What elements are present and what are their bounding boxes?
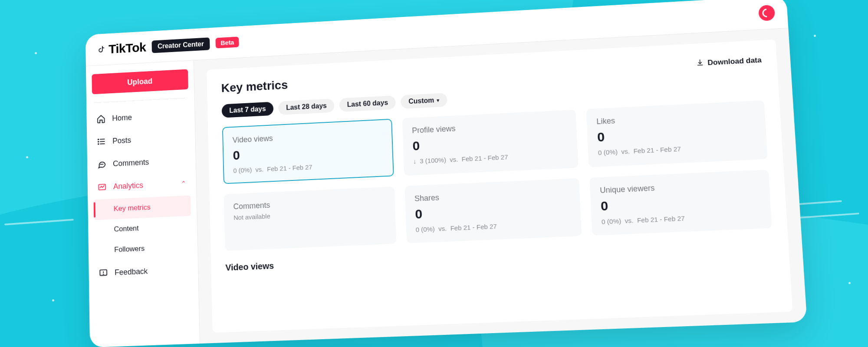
card-profile-views[interactable]: Profile views 0 3 (100%) vs. Feb 21 - Fe…: [402, 110, 579, 176]
brand-logo[interactable]: TikTok: [97, 40, 146, 57]
card-sub: 0 (0%) vs. Feb 21 - Feb 27: [415, 219, 572, 233]
svg-line-2: [100, 144, 105, 144]
brand-name: TikTok: [108, 40, 146, 56]
download-data-button[interactable]: Download data: [696, 55, 762, 69]
trend-down-icon: [413, 157, 418, 165]
avatar[interactable]: [758, 4, 775, 21]
svg-line-0: [100, 139, 105, 140]
sidebar-item-label: Feedback: [115, 267, 148, 277]
sidebar-item-feedback[interactable]: Feedback: [95, 259, 193, 284]
creator-center-badge: Creator Center: [151, 37, 210, 53]
range-custom-label: Custom: [408, 96, 434, 105]
main-area: Key metrics Download data Last 7 days La…: [194, 28, 807, 344]
svg-point-7: [102, 164, 102, 164]
card-likes[interactable]: Likes 0 0 (0%) vs. Feb 21 - Feb 27: [586, 100, 768, 167]
caret-down-icon: ▾: [437, 97, 439, 103]
range-28-days[interactable]: Last 28 days: [278, 98, 335, 115]
card-value: 0: [600, 192, 760, 214]
card-value: 0: [597, 122, 756, 145]
svg-point-12: [103, 274, 104, 275]
card-value: 0: [412, 131, 568, 154]
range-custom[interactable]: Custom ▾: [401, 93, 447, 109]
svg-point-3: [98, 139, 99, 140]
card-shares[interactable]: Shares 0 0 (0%) vs. Feb 21 - Feb 27: [404, 178, 582, 243]
card-video-views[interactable]: Video views 0 0 (0%) vs. Feb 21 - Feb 27: [222, 119, 394, 184]
range-7-days[interactable]: Last 7 days: [222, 102, 274, 118]
svg-line-1: [100, 141, 105, 142]
home-icon: [96, 114, 105, 124]
svg-point-5: [98, 144, 99, 144]
chevron-up-icon: ⌃: [181, 180, 186, 187]
sidebar-item-label: Posts: [112, 136, 131, 145]
download-label: Download data: [707, 56, 762, 67]
list-icon: [97, 137, 106, 146]
svg-line-13: [697, 65, 703, 65]
tiktok-note-icon: [97, 45, 106, 54]
analytics-subnav: Key metrics Content Followers: [94, 195, 192, 261]
sidebar-item-label: Analytics: [113, 181, 143, 191]
svg-point-6: [100, 164, 101, 164]
page-title: Key metrics: [221, 78, 288, 95]
sidebar-item-home[interactable]: Home: [92, 104, 189, 130]
svg-point-4: [98, 141, 99, 142]
sidebar-item-label: Home: [112, 113, 132, 123]
sidebar-item-label: Comments: [113, 157, 149, 168]
card-sub: 0 (0%) vs. Feb 21 - Feb 27: [602, 211, 762, 226]
download-icon: [696, 58, 704, 69]
card-value: 0: [415, 200, 571, 222]
subnav-followers[interactable]: Followers: [94, 236, 192, 261]
comment-icon: [97, 160, 106, 169]
beta-badge: Beta: [215, 36, 239, 48]
card-unique-viewers[interactable]: Unique viewers 0 0 (0%) vs. Feb 21 - Feb…: [590, 170, 772, 236]
svg-point-8: [103, 164, 103, 164]
sidebar-item-analytics[interactable]: Analytics ⌃: [93, 172, 191, 198]
card-value: 0: [233, 141, 383, 163]
card-sub: 0 (0%) vs. Feb 21 - Feb 27: [233, 160, 383, 174]
feedback-icon: [99, 268, 108, 278]
sidebar-item-posts[interactable]: Posts: [92, 127, 189, 152]
analytics-icon: [98, 182, 107, 192]
sidebar: Upload Home Posts: [86, 60, 200, 347]
range-60-days[interactable]: Last 60 days: [339, 95, 396, 112]
metrics-grid: Video views 0 0 (0%) vs. Feb 21 - Feb 27…: [222, 100, 772, 251]
sidebar-item-comments[interactable]: Comments: [93, 150, 190, 175]
card-sub: 3 (100%) vs. Feb 21 - Feb 27: [413, 151, 569, 165]
card-comments[interactable]: Comments Not available: [224, 187, 396, 251]
key-metrics-panel: Key metrics Download data Last 7 days La…: [207, 39, 792, 333]
app-window: TikTok Creator Center Beta Upload Home: [85, 0, 807, 347]
card-sub: 0 (0%) vs. Feb 21 - Feb 27: [598, 141, 757, 156]
upload-button[interactable]: Upload: [92, 69, 188, 94]
